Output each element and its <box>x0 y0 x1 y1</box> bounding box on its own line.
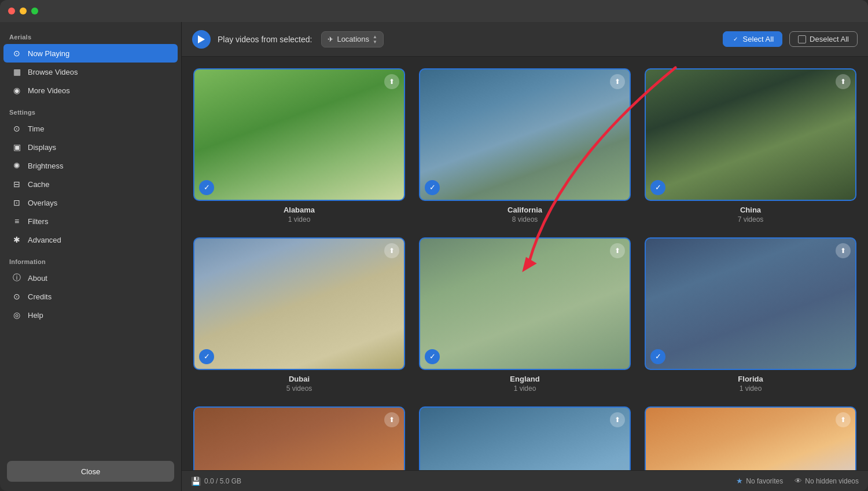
locations-label: Locations <box>337 35 369 43</box>
video-title-california: California <box>507 206 542 214</box>
sidebar-item-credits[interactable]: ⊙ Credits <box>3 287 178 306</box>
toolbar: Play videos from selected: ✈ Locations ▲… <box>182 22 868 57</box>
sidebar-item-browse-videos[interactable]: ▦ Browse Videos <box>3 63 178 81</box>
video-thumb-greenland[interactable]: ⬆ ✓ <box>419 406 631 471</box>
video-thumb-england[interactable]: ⬆ ✓ <box>419 237 631 370</box>
displays-icon: ▣ <box>12 142 22 152</box>
sidebar-item-more-videos[interactable]: ◉ More Videos <box>3 81 178 100</box>
share-icon-grand-canyon[interactable]: ⬆ <box>384 412 399 427</box>
wifi-icon: ◉ <box>12 85 22 96</box>
eye-slash-icon: 👁 <box>795 477 802 485</box>
video-title-china: China <box>740 206 761 214</box>
time-icon: ⊙ <box>12 123 22 134</box>
share-icon-alabama[interactable]: ⬆ <box>384 74 399 89</box>
sidebar-item-time[interactable]: ⊙ Time <box>3 119 178 138</box>
check-icon-florida[interactable]: ✓ <box>650 349 665 364</box>
video-card-dubai[interactable]: ⬆ ✓ Dubai 5 videos <box>193 237 405 393</box>
help-icon: ◎ <box>12 310 22 320</box>
sidebar-item-help[interactable]: ◎ Help <box>3 306 178 324</box>
sidebar-item-label: Advanced <box>28 236 61 244</box>
sidebar-item-about[interactable]: ⓘ About <box>3 269 178 287</box>
hidden-label: No hidden videos <box>805 477 859 485</box>
video-card-greenland[interactable]: ⬆ ✓ Greenland <box>419 406 631 471</box>
sidebar-item-label: Now Playing <box>28 49 69 58</box>
video-card-florida[interactable]: ⬆ ✓ Florida 1 video <box>645 237 856 393</box>
video-title-england: England <box>510 375 539 383</box>
sidebar-item-label: Brightness <box>28 162 63 170</box>
sidebar-item-label: Help <box>28 311 43 320</box>
video-title-dubai: Dubai <box>289 375 310 383</box>
check-icon-california[interactable]: ✓ <box>425 180 440 195</box>
app-window: Aerials ⊙ Now Playing ▦ Browse Videos ◉ … <box>0 0 868 491</box>
sidebar-item-label: Cache <box>28 180 50 189</box>
location-icon: ✈ <box>328 35 333 43</box>
check-icon-alabama[interactable]: ✓ <box>199 180 214 195</box>
video-title-florida: Florida <box>738 375 763 383</box>
share-icon-china[interactable]: ⬆ <box>836 74 851 89</box>
status-bar: 💾 0.0 / 5.0 GB ★ No favorites 👁 No hidde… <box>182 470 868 491</box>
information-section-label: Information <box>0 256 181 269</box>
video-card-grand-canyon[interactable]: ⬆ ✓ Grand Canyon <box>193 406 405 471</box>
sidebar-item-label: More Videos <box>28 86 70 95</box>
sidebar-item-label: Browse Videos <box>28 68 78 76</box>
video-thumb-alabama[interactable]: ⬆ ✓ <box>193 68 405 201</box>
video-grid-container[interactable]: ⬆ ✓ Alabama 1 video ⬆ ✓ California 8 <box>182 57 868 470</box>
video-card-china[interactable]: ⬆ ✓ China 7 videos <box>645 68 856 223</box>
dropdown-arrows-icon: ▲▼ <box>373 34 377 45</box>
share-icon-england[interactable]: ⬆ <box>610 243 625 258</box>
select-all-button[interactable]: ✓ Select All <box>723 31 782 47</box>
deselect-all-button[interactable]: Deselect All <box>789 31 858 47</box>
share-icon-dubai[interactable]: ⬆ <box>384 243 399 258</box>
video-card-england[interactable]: ⬆ ✓ England 1 video <box>419 237 631 393</box>
video-thumb-dubai[interactable]: ⬆ ✓ <box>193 237 405 370</box>
sidebar-item-filters[interactable]: ≡ Filters <box>3 212 178 230</box>
sidebar-item-advanced[interactable]: ✱ Advanced <box>3 230 178 249</box>
sidebar-item-brightness[interactable]: ✺ Brightness <box>3 156 178 175</box>
play-button[interactable] <box>192 30 211 49</box>
check-icon-china[interactable]: ✓ <box>650 180 665 195</box>
maximize-traffic-light[interactable] <box>31 8 38 14</box>
deselect-all-label: Deselect All <box>810 35 849 43</box>
close-button[interactable]: Close <box>7 461 174 482</box>
favorites-status: ★ No favorites <box>736 477 783 485</box>
video-card-hawaii[interactable]: ⬆ ✓ Hawaii <box>645 406 856 471</box>
sidebar-item-now-playing[interactable]: ⊙ Now Playing <box>3 44 178 63</box>
video-title-alabama: Alabama <box>284 206 315 214</box>
share-icon-california[interactable]: ⬆ <box>610 74 625 89</box>
about-icon: ⓘ <box>12 273 22 283</box>
locations-dropdown[interactable]: ✈ Locations ▲▼ <box>321 31 384 47</box>
share-icon-florida[interactable]: ⬆ <box>836 243 851 258</box>
sidebar-bottom: Close <box>0 454 181 491</box>
sidebar-item-displays[interactable]: ▣ Displays <box>3 138 178 156</box>
check-icon-england[interactable]: ✓ <box>425 349 440 364</box>
app-label: Aerials <box>0 31 181 44</box>
sidebar-item-label: Overlays <box>28 199 57 207</box>
overlays-icon: ⊡ <box>12 197 22 208</box>
sidebar-item-label: Displays <box>28 143 56 152</box>
sidebar-item-cache[interactable]: ⊟ Cache <box>3 175 178 193</box>
sidebar-item-label: Time <box>28 124 44 133</box>
video-card-california[interactable]: ⬆ ✓ California 8 videos <box>419 68 631 223</box>
video-count-florida: 1 video <box>740 384 762 393</box>
sidebar-item-label: About <box>28 274 47 283</box>
storage-icon: 💾 <box>191 477 201 486</box>
share-icon-hawaii[interactable]: ⬆ <box>836 412 851 427</box>
star-icon: ★ <box>736 477 743 485</box>
video-card-alabama[interactable]: ⬆ ✓ Alabama 1 video <box>193 68 405 223</box>
video-thumb-florida[interactable]: ⬆ ✓ <box>645 237 856 370</box>
minimize-traffic-light[interactable] <box>20 8 27 14</box>
sidebar-item-overlays[interactable]: ⊡ Overlays <box>3 193 178 212</box>
status-right: ★ No favorites 👁 No hidden videos <box>736 477 859 485</box>
sidebar-item-label: Filters <box>28 217 48 226</box>
titlebar <box>0 0 868 22</box>
video-thumb-hawaii[interactable]: ⬆ ✓ <box>645 406 856 471</box>
video-thumb-grand-canyon[interactable]: ⬆ ✓ <box>193 406 405 471</box>
share-icon-greenland[interactable]: ⬆ <box>610 412 625 427</box>
check-icon-dubai[interactable]: ✓ <box>199 349 214 364</box>
status-storage: 💾 0.0 / 5.0 GB <box>191 477 241 486</box>
play-icon <box>198 35 205 43</box>
close-traffic-light[interactable] <box>8 8 15 14</box>
video-thumb-china[interactable]: ⬆ ✓ <box>645 68 856 201</box>
video-thumb-california[interactable]: ⬆ ✓ <box>419 68 631 201</box>
video-count-england: 1 video <box>514 384 536 393</box>
